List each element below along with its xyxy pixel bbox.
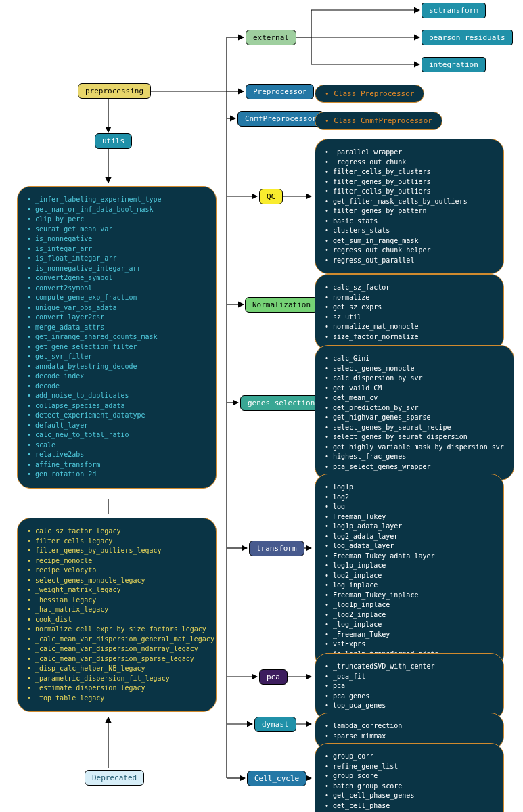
node-transform: transform	[249, 541, 304, 556]
list-item: filter_cells_by_clusters	[325, 167, 494, 177]
list-item: normalize_cell_expr_by_size_factors_lega…	[27, 625, 206, 635]
list-item: collapse_species_adata	[27, 401, 206, 411]
node-utils: utils	[95, 133, 132, 149]
node-label: QC	[267, 192, 275, 201]
node-label: Normalization	[252, 300, 311, 309]
node-label: CnmfPreprocessor	[245, 114, 317, 123]
class-label: Class Preprocessor	[325, 89, 414, 98]
node-label: transform	[256, 544, 297, 553]
list-item: get_prediction_by_svr	[325, 403, 504, 413]
list-pca: _truncatedSVD_with_center_pca_fitpcapca_…	[315, 653, 504, 720]
list-item: convert2gene_symbol	[27, 273, 206, 284]
list-genes-selection: calc_Giniselect_genes_monoclecalc_disper…	[315, 345, 514, 480]
list-item: group_score	[325, 771, 494, 782]
list-item: _log1p_inplace	[325, 600, 494, 610]
list-item: sparse_mimmax	[325, 731, 494, 742]
list-item: batch_group_score	[325, 782, 494, 792]
list-item: get_nan_or_inf_data_bool_mask	[27, 205, 206, 215]
node-sctransform: sctransform	[422, 3, 486, 18]
node-preprocessing: preprocessing	[78, 83, 151, 99]
list-item: _calc_mean_var_dispersion_general_mat_le…	[27, 635, 206, 645]
list-item: clusters_stats	[325, 226, 494, 236]
list-item: get_cell_phase	[325, 801, 494, 811]
list-item: regress_out_parallel	[325, 256, 494, 266]
list-item: lambda_correction	[325, 721, 494, 731]
node-label: Deprecated	[92, 773, 137, 782]
list-item: log1p_inplace	[325, 561, 494, 571]
list-item: filter_genes_by_outliers	[325, 177, 494, 187]
node-label: external	[253, 33, 289, 42]
list-utils: _infer_labeling_experiment_typeget_nan_o…	[17, 186, 217, 489]
list-item: affine_transform	[27, 460, 206, 470]
node-dynast: dynast	[254, 717, 296, 732]
list-item: detect_experiement_datatype	[27, 411, 206, 421]
list-item: normalize_mat_monocle	[325, 322, 494, 332]
list-item: get_highly_variable_mask_by_dispersion_s…	[325, 443, 504, 453]
node-integration: integration	[422, 57, 486, 72]
list-item: convert2symbol	[27, 284, 206, 294]
list-item: log2	[325, 493, 494, 503]
node-qc: QC	[259, 189, 283, 204]
node-cell-cycle: Cell_cycle	[247, 771, 306, 786]
list-item: refine_gene_list	[325, 762, 494, 772]
node-preprocessor: Preprocessor	[246, 84, 314, 99]
list-item: seurat_get_mean_var	[27, 225, 206, 235]
list-item: recipe_velocyto	[27, 566, 206, 576]
list-item: get_vaild_CM	[325, 384, 504, 394]
list-item: anndata_bytestring_decode	[27, 362, 206, 372]
list-item: _hessian_legacy	[27, 595, 206, 606]
list-item: filter_cells_by_outliers	[325, 187, 494, 197]
list-item: get_highvar_genes_sparse	[325, 413, 504, 423]
list-item: filter_cells_legacy	[27, 537, 206, 547]
list-item: calc_new_to_total_ratio	[27, 430, 206, 441]
node-label: pca	[267, 673, 280, 681]
list-item: log_inplace	[325, 581, 494, 591]
node-external: external	[246, 30, 296, 45]
node-cnmf: CnmfPreprocessor	[237, 111, 324, 127]
class-label: Class CnmfPreprocessor	[325, 116, 432, 125]
list-item: vstExprs	[325, 639, 494, 650]
list-item: _disp_calc_helper_NB_legacy	[27, 664, 206, 674]
node-label: genes_selection	[248, 399, 315, 407]
class-preprocessor: Class Preprocessor	[315, 85, 424, 103]
list-item: recipe_monocle	[27, 556, 206, 566]
list-item: is_nonnegative	[27, 234, 206, 244]
list-item: cook_dist	[27, 615, 206, 625]
list-item: calc_Gini	[325, 354, 504, 364]
list-item: select_genes_by_seurat_recipe	[325, 423, 504, 433]
list-item: Freeman_Tukey_inplace	[325, 591, 494, 601]
list-item: unique_var_obs_adata	[27, 303, 206, 313]
list-item: Freeman_Tukey	[325, 512, 494, 522]
list-item: log1p_adata_layer	[325, 522, 494, 532]
list-item: get_sum_in_range_mask	[325, 236, 494, 246]
list-item: get_svr_filter	[27, 352, 206, 362]
list-item: compute_gene_exp_fraction	[27, 293, 206, 303]
list-item: regress_out_chunk_helper	[325, 246, 494, 256]
list-item: _estimate_dispersion_legacy	[27, 683, 206, 694]
list-item: log1p	[325, 482, 494, 493]
list-item: basic_stats	[325, 217, 494, 227]
class-cnmf: Class CnmfPreprocessor	[315, 112, 442, 130]
list-item: get_filter_mask_cells_by_outliers	[325, 197, 494, 207]
list-item: top_pca_genes	[325, 701, 494, 711]
list-item: is_float_integar_arr	[27, 254, 206, 264]
list-item: Freeman_Tukey_adata_layer	[325, 551, 494, 562]
list-item: _calc_mean_var_dispersion_sparse_legacy	[27, 654, 206, 664]
list-item: pca	[325, 681, 494, 692]
list-deprecated: calc_sz_factor_legacyfilter_cells_legacy…	[17, 518, 217, 712]
list-item: get_gene_selection_filter	[27, 342, 206, 353]
node-label: Cell_cycle	[254, 774, 299, 783]
list-item: log	[325, 502, 494, 512]
list-item: get_mean_cv	[325, 393, 504, 403]
list-qc: _parallel_wrapper_regress_out_chunkfilte…	[315, 139, 504, 274]
node-genes-selection: genes_selection	[240, 395, 322, 411]
list-item: pca_genes	[325, 692, 494, 702]
list-item: _log_inplace	[325, 620, 494, 630]
list-item: get_sz_exprs	[325, 302, 494, 313]
list-item: _truncatedSVD_with_center	[325, 662, 494, 672]
list-item: log2_adata_layer	[325, 532, 494, 542]
list-item: select_genes_monocle_legacy	[27, 576, 206, 586]
list-item: _calc_mean_var_dispersion_ndarray_legacy	[27, 644, 206, 654]
list-item: filter_genes_by_outliers_legacy	[27, 546, 206, 556]
list-item: size_factor_normalize	[325, 332, 494, 342]
